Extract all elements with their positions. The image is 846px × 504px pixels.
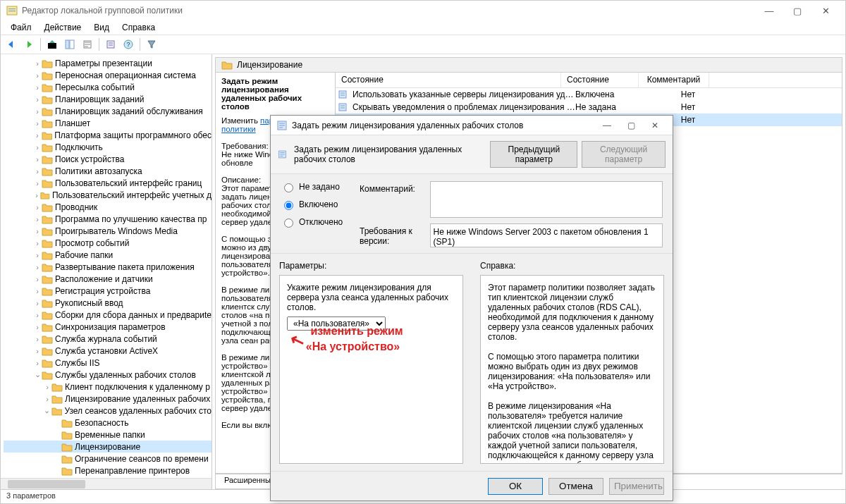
comment-label: Комментарий: bbox=[360, 181, 424, 194]
close-button[interactable]: ✕ bbox=[811, 1, 840, 20]
previous-setting-button[interactable]: Предыдущий параметр bbox=[490, 141, 577, 168]
menubar: Файл Действие Вид Справка bbox=[1, 20, 845, 35]
tree-item[interactable]: ›Регистрация устройства bbox=[4, 285, 212, 297]
maximize-button[interactable]: ▢ bbox=[783, 1, 811, 20]
tree-item[interactable]: ›Расположение и датчики bbox=[4, 273, 212, 285]
svg-rect-5 bbox=[70, 40, 74, 49]
ok-button[interactable]: ОК bbox=[488, 478, 543, 495]
dialog-minimize-button[interactable]: — bbox=[595, 117, 619, 134]
params-label: Параметры: bbox=[279, 261, 463, 271]
tree-item-label: Планировщик заданий обслуживания bbox=[55, 106, 203, 116]
tree-item-label: Пользовательский интерфейс границ bbox=[55, 178, 202, 188]
policy-row[interactable]: Скрывать уведомления о проблемах лицензи… bbox=[336, 101, 842, 113]
tree-item[interactable]: ⌄Службы удаленных рабочих столов bbox=[4, 369, 212, 381]
dialog-title: Задать режим лицензирования удаленных ра… bbox=[292, 121, 595, 130]
tree-item[interactable]: Перенаправление принтеров bbox=[4, 465, 212, 477]
menu-help[interactable]: Справка bbox=[116, 21, 161, 34]
tree-item[interactable]: ›Лицензирование удаленных рабочих bbox=[4, 393, 212, 405]
policy-name: Использовать указанные серверы лицензиро… bbox=[350, 90, 575, 99]
minimize-button[interactable]: — bbox=[755, 1, 783, 20]
svg-rect-3 bbox=[48, 43, 56, 49]
back-button[interactable] bbox=[4, 37, 19, 52]
tree-item-label: Поиск устройства bbox=[55, 154, 124, 164]
apply-button: Применить bbox=[609, 478, 664, 495]
tree-item[interactable]: ›Подключить bbox=[4, 141, 212, 153]
tree-item[interactable]: ›Платформа защиты программного обес bbox=[4, 129, 212, 141]
tree-item[interactable]: ›Служба установки ActiveX bbox=[4, 345, 212, 357]
tree-item-label: Служба установки ActiveX bbox=[55, 346, 158, 356]
tree-item[interactable]: ›Переносная операционная система bbox=[4, 69, 212, 81]
tree-item[interactable]: ›Планировщик заданий bbox=[4, 93, 212, 105]
tree-item[interactable]: ›Пользовательский интерфейс учетных д bbox=[4, 189, 212, 201]
radio-disabled[interactable]: Отключено bbox=[281, 216, 345, 228]
dialog-header: Задать режим лицензирования удаленных ра… bbox=[294, 145, 483, 164]
dialog-maximize-button[interactable]: ▢ bbox=[619, 117, 643, 134]
show-hide-tree-button[interactable] bbox=[62, 37, 78, 52]
tree-item[interactable]: ›Сборки для сбора данных и предвариte bbox=[4, 309, 212, 321]
tree-item[interactable]: ›Проигрыватель Windows Media bbox=[4, 225, 212, 237]
col-header-name[interactable]: Состояние bbox=[336, 73, 561, 87]
tree-item[interactable]: ›Рабочие папки bbox=[4, 249, 212, 261]
tree-item[interactable]: ›Клиент подключения к удаленному р bbox=[4, 381, 212, 393]
menu-view[interactable]: Вид bbox=[88, 21, 115, 34]
tree-item[interactable]: ›Пересылка событий bbox=[4, 81, 212, 93]
col-header-comment[interactable]: Комментарий bbox=[639, 73, 709, 87]
filter-button[interactable] bbox=[144, 37, 159, 52]
tree-item-label: Ограничение сеансов по времени bbox=[75, 454, 209, 464]
window-title: Редактор локальной групповой политики bbox=[22, 6, 755, 16]
tree-item[interactable]: ›Параметры презентации bbox=[4, 57, 212, 69]
licensing-mode-combo[interactable]: «На пользователя»«На устройство» bbox=[287, 316, 386, 331]
tree-item-label: Рукописный ввод bbox=[55, 298, 123, 308]
tree-item[interactable]: Лицензирование bbox=[4, 441, 212, 453]
help-button[interactable]: ? bbox=[121, 37, 136, 52]
navigation-tree[interactable]: ›Параметры презентации ›Переносная опера… bbox=[1, 54, 212, 489]
tree-item[interactable]: ›Политики автозапуска bbox=[4, 165, 212, 177]
tree-item[interactable]: ›Пользовательский интерфейс границ bbox=[4, 177, 212, 189]
up-button[interactable] bbox=[44, 37, 60, 52]
tree-item[interactable]: ›Служба журнала событий bbox=[4, 333, 212, 345]
tree-item[interactable]: ›Службы IIS bbox=[4, 357, 212, 369]
tree-item[interactable]: ›Проводник bbox=[4, 201, 212, 213]
tree-item-label: Планировщик заданий bbox=[55, 94, 144, 104]
tree-scrollbar-horizontal[interactable] bbox=[1, 478, 212, 489]
tree-item[interactable]: ›Программа по улучшению качества пр bbox=[4, 213, 212, 225]
tree-item-label: Платформа защиты программного обес bbox=[54, 130, 212, 140]
tree-item-label: Лицензирование bbox=[75, 442, 140, 452]
dialog-close-button[interactable]: ✕ bbox=[643, 117, 667, 134]
col-header-state[interactable]: Состояние bbox=[561, 73, 639, 87]
tree-item[interactable]: ›Рукописный ввод bbox=[4, 297, 212, 309]
help-text: Этот параметр политики позволяет задать … bbox=[480, 275, 664, 464]
menu-action[interactable]: Действие bbox=[39, 21, 87, 34]
tree-item-label: Временные папки bbox=[75, 430, 145, 440]
tree-item[interactable]: ›Планшет bbox=[4, 117, 212, 129]
tree-item[interactable]: ›Синхронизация параметров bbox=[4, 321, 212, 333]
tree-item[interactable]: ›Просмотр событий bbox=[4, 237, 212, 249]
tree-item[interactable]: ›Планировщик заданий обслуживания bbox=[4, 105, 212, 117]
desc-edit-prefix: Изменить bbox=[221, 116, 258, 125]
tree-item[interactable]: Безопасность bbox=[4, 417, 212, 429]
tree-item[interactable]: ⌄Узел сеансов удаленных рабочих сто bbox=[4, 405, 212, 417]
tree-item[interactable]: ›Развертывание пакета приложения bbox=[4, 261, 212, 273]
export-button[interactable] bbox=[80, 37, 95, 52]
svg-text:?: ? bbox=[126, 41, 130, 48]
radio-enabled[interactable]: Включено bbox=[281, 199, 345, 210]
cancel-button[interactable]: Отмена bbox=[548, 478, 603, 495]
tree-item-label: Пользовательский интерфейс учетных д bbox=[52, 190, 212, 200]
policy-row[interactable]: Использовать указанные серверы лицензиро… bbox=[336, 88, 842, 101]
forward-button[interactable] bbox=[21, 37, 37, 52]
tree-item[interactable]: ›Поиск устройства bbox=[4, 153, 212, 165]
properties-button[interactable] bbox=[103, 37, 118, 52]
tree-item-label: Проводник bbox=[55, 202, 97, 212]
tree-item[interactable]: Ограничение сеансов по времени bbox=[4, 453, 212, 465]
tree-item-label: Службы IIS bbox=[55, 358, 99, 368]
policy-state: Не задана bbox=[575, 102, 653, 112]
comment-input[interactable] bbox=[430, 181, 663, 218]
tree-item[interactable]: Временные папки bbox=[4, 429, 212, 441]
content-header-title: Лицензирование bbox=[237, 60, 302, 70]
menu-file[interactable]: Файл bbox=[5, 21, 37, 34]
policy-icon bbox=[276, 120, 288, 131]
radio-not-configured[interactable]: Не задано bbox=[281, 181, 345, 192]
tree-item-label: Планшет bbox=[55, 118, 90, 128]
toolbar: ? bbox=[1, 35, 845, 54]
policy-comment: Нет bbox=[653, 90, 723, 99]
